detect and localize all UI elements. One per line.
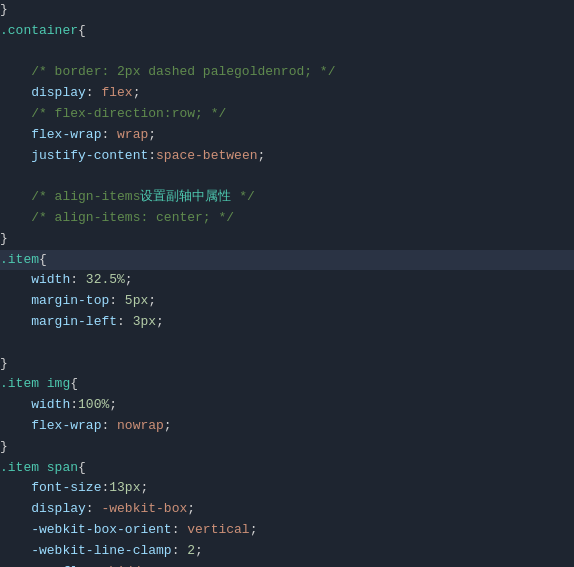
token: ; bbox=[133, 85, 141, 100]
code-line: display: flex; bbox=[0, 83, 574, 104]
code-line: margin-left: 3px; bbox=[0, 312, 574, 333]
token: } bbox=[0, 2, 8, 17]
token: .item span bbox=[0, 460, 78, 475]
token bbox=[0, 314, 31, 329]
token: flex-wrap bbox=[31, 418, 101, 433]
token: space-between bbox=[156, 148, 257, 163]
token: 13px bbox=[109, 480, 140, 495]
token bbox=[0, 543, 31, 558]
token: display bbox=[31, 85, 86, 100]
token: /* align-items bbox=[31, 189, 140, 204]
token bbox=[0, 64, 31, 79]
token: /* flex-direction:row; */ bbox=[31, 106, 226, 121]
token bbox=[0, 522, 31, 537]
code-line: flex-wrap: wrap; bbox=[0, 125, 574, 146]
token: ; bbox=[140, 480, 148, 495]
token: ; bbox=[195, 543, 203, 558]
token: -webkit-box bbox=[101, 501, 187, 516]
token: 5px bbox=[125, 293, 148, 308]
code-line: .item img{ bbox=[0, 374, 574, 395]
code-line bbox=[0, 42, 574, 63]
code-line: width:100%; bbox=[0, 395, 574, 416]
token bbox=[0, 501, 31, 516]
token: 设置副轴中属性 bbox=[140, 189, 231, 204]
token: margin-left bbox=[31, 314, 117, 329]
token: { bbox=[70, 376, 78, 391]
code-line: /* border: 2px dashed palegoldenrod; */ bbox=[0, 62, 574, 83]
token bbox=[0, 148, 31, 163]
token: flex bbox=[101, 85, 132, 100]
token bbox=[0, 293, 31, 308]
code-line: font-size:13px; bbox=[0, 478, 574, 499]
token: 2 bbox=[187, 543, 195, 558]
token: ; bbox=[156, 564, 164, 567]
token: } bbox=[0, 439, 8, 454]
token: flex-wrap bbox=[31, 127, 101, 142]
token: : bbox=[70, 272, 86, 287]
token: ; bbox=[250, 522, 258, 537]
token: : bbox=[86, 501, 102, 516]
token: wrap bbox=[117, 127, 148, 142]
token: ; bbox=[148, 293, 156, 308]
code-line: } bbox=[0, 0, 574, 21]
code-line: /* align-items设置副轴中属性 */ bbox=[0, 187, 574, 208]
token: : bbox=[70, 397, 78, 412]
token bbox=[0, 272, 31, 287]
token: 32.5% bbox=[86, 272, 125, 287]
token: : bbox=[101, 418, 117, 433]
code-line: width: 32.5%; bbox=[0, 270, 574, 291]
token: /* align-items: center; */ bbox=[31, 210, 234, 225]
token: : bbox=[117, 314, 133, 329]
token: vertical bbox=[187, 522, 249, 537]
token: ; bbox=[257, 148, 265, 163]
token bbox=[0, 85, 31, 100]
token: : bbox=[101, 127, 117, 142]
token: 3px bbox=[133, 314, 156, 329]
token: -webkit-line-clamp bbox=[31, 543, 171, 558]
code-line: } bbox=[0, 437, 574, 458]
code-line: display: -webkit-box; bbox=[0, 499, 574, 520]
token: ; bbox=[125, 272, 133, 287]
code-line bbox=[0, 166, 574, 187]
token: justify-content bbox=[31, 148, 148, 163]
token: 100% bbox=[78, 397, 109, 412]
token bbox=[0, 210, 31, 225]
token: display bbox=[31, 501, 86, 516]
token: : bbox=[109, 293, 125, 308]
code-line: /* flex-direction:row; */ bbox=[0, 104, 574, 125]
token: */ bbox=[231, 189, 254, 204]
token: { bbox=[39, 252, 47, 267]
token bbox=[0, 418, 31, 433]
token: margin-top bbox=[31, 293, 109, 308]
token: ; bbox=[109, 397, 117, 412]
code-line bbox=[0, 333, 574, 354]
token: } bbox=[0, 231, 8, 246]
token: hidden bbox=[109, 564, 156, 567]
code-line: .item{ bbox=[0, 250, 574, 271]
code-line: -webkit-line-clamp: 2; bbox=[0, 541, 574, 562]
code-line: justify-content:space-between; bbox=[0, 146, 574, 167]
token bbox=[0, 106, 31, 121]
token: font-size bbox=[31, 480, 101, 495]
code-line: } bbox=[0, 354, 574, 375]
token: .container bbox=[0, 23, 78, 38]
token: } bbox=[0, 356, 8, 371]
code-line: /* align-items: center; */ bbox=[0, 208, 574, 229]
code-line: margin-top: 5px; bbox=[0, 291, 574, 312]
token: ; bbox=[164, 418, 172, 433]
token: width bbox=[31, 397, 70, 412]
token: .item bbox=[0, 252, 39, 267]
token bbox=[0, 127, 31, 142]
code-line: -webkit-box-orient: vertical; bbox=[0, 520, 574, 541]
token bbox=[0, 564, 31, 567]
code-line: .item span{ bbox=[0, 458, 574, 479]
token: .item img bbox=[0, 376, 70, 391]
token: ; bbox=[156, 314, 164, 329]
token: { bbox=[78, 460, 86, 475]
code-line: .container{ bbox=[0, 21, 574, 42]
token bbox=[0, 397, 31, 412]
token: nowrap bbox=[117, 418, 164, 433]
code-line: overflow: hidden; bbox=[0, 562, 574, 567]
token: overflow bbox=[31, 564, 93, 567]
token: : bbox=[172, 522, 188, 537]
